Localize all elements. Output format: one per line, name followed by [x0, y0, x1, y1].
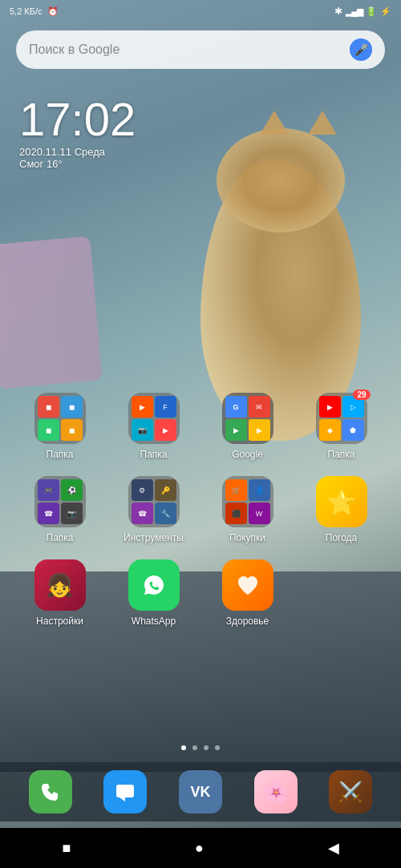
dock-game1[interactable]: 🌸 [254, 770, 298, 813]
dock-game2[interactable]: ⚔️ [329, 770, 372, 813]
whatsapp-app-icon [128, 559, 180, 611]
app-google-label: Google [232, 449, 263, 460]
app-row-1: ◼ ◼ ◼ ◼ Папка ▶ F 📷 ▶ Папка [13, 393, 388, 460]
folder-3-mini-1: ▶ [319, 396, 341, 418]
folder-3-mini-3: ◆ [319, 419, 341, 441]
shopping-icon-wrap: 🛒 👤 ⬛ W [222, 476, 273, 527]
vk-label: VK [190, 784, 210, 801]
health-icon-wrap [222, 559, 273, 611]
app-whatsapp[interactable]: WhatsApp [118, 559, 190, 627]
app-google[interactable]: G ✉ ▶ ▶ Google [212, 393, 284, 460]
app-tools[interactable]: ⚙ 🔑 ☎ 🔧 Инструменты [118, 476, 190, 543]
smog-display: Смог 16° [19, 158, 136, 170]
settings-app-icon: 👧 [34, 559, 86, 611]
nav-home-button[interactable]: ● [179, 834, 220, 863]
app-settings[interactable]: 👧 Настройки [24, 559, 96, 627]
folder-mini-5: ▶ [132, 396, 153, 418]
google-mini-2: ✉ [249, 396, 270, 418]
dock-vk[interactable]: VK [179, 770, 222, 813]
folder-4-icon: 🎮 ⚽ ☎ 📷 [34, 476, 86, 527]
app-whatsapp-label: WhatsApp [132, 616, 176, 627]
signal-icon: ▂▄▆ [346, 6, 363, 17]
app-row-3: 👧 Настройки WhatsApp [13, 559, 388, 627]
folder-mini-6: F [155, 396, 176, 418]
folder-mini-8: ▶ [155, 419, 176, 441]
tools-mini-1: ⚙ [132, 479, 153, 501]
folder-4-mini-2: ⚽ [61, 479, 83, 501]
settings-anime-art: 👧 [34, 559, 86, 611]
app-folder-3[interactable]: 29 ▶ ▷ ◆ ⬟ Папка [306, 393, 378, 460]
dot-3 [204, 745, 209, 750]
app-empty [306, 559, 378, 627]
folder-4-mini-1: 🎮 [38, 479, 59, 501]
tools-icon-wrap: ⚙ 🔑 ☎ 🔧 [128, 476, 180, 527]
google-icon: G ✉ ▶ ▶ [222, 393, 273, 444]
folder-2-icon: ▶ F 📷 ▶ [128, 393, 180, 444]
tools-mini-2: 🔑 [155, 479, 176, 501]
status-right: ✱ ▂▄▆ 🔋 ⚡ [334, 6, 391, 17]
folder-1-icon-wrap: ◼ ◼ ◼ ◼ [34, 393, 86, 444]
google-mini-1: G [225, 396, 247, 418]
folder-3-icon: ▶ ▷ ◆ ⬟ [316, 393, 367, 444]
folder-mini-7: 📷 [132, 419, 153, 441]
shopping-mini-4: W [249, 503, 270, 524]
date-display: 2020.11.11 Среда [19, 146, 136, 158]
settings-icon-wrap: 👧 [34, 559, 86, 611]
app-weather-label: Погода [326, 532, 358, 543]
circle-icon: ● [195, 840, 204, 856]
nav-back-button[interactable]: ◀ [312, 833, 355, 863]
alarm-icon: ⏰ [47, 6, 59, 17]
status-bar: 5,2 КБ/с ⏰ ✱ ▂▄▆ 🔋 ⚡ [0, 0, 401, 22]
shopping-icon: 🛒 👤 ⬛ W [222, 476, 273, 527]
search-bar[interactable]: Поиск в Google 🎤 [16, 30, 385, 69]
app-folder-3-label: Папка [328, 449, 355, 460]
folder-3-badge: 29 [353, 390, 370, 400]
app-shopping-label: Покупки [229, 532, 265, 543]
folder-mini-3: ◼ [38, 419, 59, 441]
nav-bar: ■ ● ◀ [0, 828, 401, 868]
shopping-mini-1: 🛒 [225, 479, 247, 501]
empty-icon-wrap [316, 559, 367, 611]
weather-app-icon: ⭐ [316, 476, 367, 527]
search-placeholder: Поиск в Google [29, 42, 350, 57]
phone-icon [29, 770, 72, 813]
status-left: 5,2 КБ/с ⏰ [10, 6, 59, 17]
google-icon-wrap: G ✉ ▶ ▶ [222, 393, 273, 444]
app-health-label: Здоровье [226, 616, 269, 627]
shopping-mini-3: ⬛ [225, 503, 247, 524]
app-folder-1[interactable]: ◼ ◼ ◼ ◼ Папка [24, 393, 96, 460]
whatsapp-icon-wrap [128, 559, 180, 611]
folder-mini-2: ◼ [61, 396, 83, 418]
dock-messages[interactable] [103, 770, 147, 813]
svg-marker-2 [119, 797, 125, 801]
dock-phone[interactable] [29, 770, 72, 813]
nav-recents-button[interactable]: ■ [46, 834, 87, 863]
vk-icon: VK [179, 770, 222, 813]
square-icon: ■ [62, 840, 71, 856]
tools-mini-4: 🔧 [155, 503, 176, 524]
folder-3-icon-wrap: 29 ▶ ▷ ◆ ⬟ [316, 393, 367, 444]
messages-svg [114, 781, 136, 803]
google-mini-3: ▶ [225, 419, 247, 441]
dock: VK 🌸 ⚔️ [0, 762, 401, 822]
app-folder-4[interactable]: 🎮 ⚽ ☎ 📷 Папка [24, 476, 96, 543]
health-svg [233, 571, 262, 600]
bluetooth-icon: ✱ [334, 6, 342, 17]
mic-button[interactable]: 🎤 [350, 38, 372, 61]
app-folder-2[interactable]: ▶ F 📷 ▶ Папка [118, 393, 190, 460]
health-app-icon [222, 559, 273, 611]
folder-mini-1: ◼ [38, 396, 59, 418]
messages-icon [103, 770, 147, 813]
app-weather[interactable]: ⭐ Погода [306, 476, 378, 543]
game1-icon: 🌸 [254, 770, 298, 813]
app-folder-1-label: Папка [47, 449, 74, 460]
app-settings-label: Настройки [36, 616, 83, 627]
app-shopping[interactable]: 🛒 👤 ⬛ W Покупки [212, 476, 284, 543]
charging-icon: ⚡ [380, 6, 391, 17]
folder-1-icon: ◼ ◼ ◼ ◼ [34, 393, 86, 444]
battery-icon: 🔋 [366, 6, 377, 17]
folder-mini-4: ◼ [61, 419, 83, 441]
app-health[interactable]: Здоровье [212, 559, 284, 627]
svg-rect-1 [116, 785, 134, 797]
whatsapp-svg [139, 570, 169, 600]
